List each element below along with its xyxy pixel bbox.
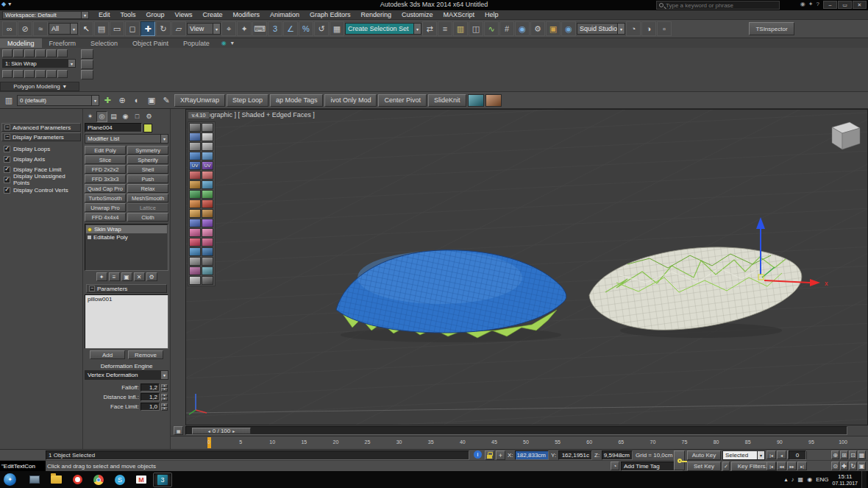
macro-script-icon[interactable] — [202, 219, 213, 227]
graphite-ribbon-toggle-icon[interactable]: ◫ — [469, 21, 483, 36]
ribbon-tool-icon[interactable] — [46, 70, 57, 78]
macro-image-button-2[interactable] — [485, 94, 502, 107]
align-icon[interactable]: ≡ — [438, 21, 452, 36]
zoom-extents-icon[interactable]: ⊡ — [849, 450, 857, 459]
ribbon-tab-modeling[interactable]: Modeling — [0, 38, 42, 48]
edit-named-selection-sets-icon[interactable]: ▦ — [330, 21, 344, 36]
search-input[interactable] — [664, 2, 779, 9]
create-new-layer-icon[interactable]: ✚ — [101, 93, 114, 107]
macro-script-icon[interactable] — [189, 276, 201, 285]
modifier-set-button-ffd-4x4x4[interactable]: FFD 4x4x4 — [85, 213, 126, 222]
listener-field[interactable]: "EditTextCon — [0, 461, 46, 472]
keyboard-shortcut-override-icon[interactable]: ⌨ — [252, 21, 267, 36]
render-setup-icon[interactable]: ⚙ — [530, 21, 545, 36]
tray-network-icon[interactable]: ▦ — [798, 476, 804, 483]
toolbar-button-center-pivot[interactable]: Center Pivot — [378, 94, 427, 107]
modifier-set-button-push[interactable]: Push — [127, 174, 168, 183]
workspace-dropdown[interactable]: Workspace: Default ▾ — [2, 11, 89, 19]
time-slider-handle[interactable]: ◂ 0 / 100 ▸ — [192, 428, 251, 434]
bind-to-space-warp-icon[interactable]: ≈ — [33, 21, 48, 36]
slider-left-arrow-icon[interactable]: ◂ — [208, 428, 210, 434]
angle-snap-icon[interactable]: ∠ — [283, 21, 298, 36]
macro-script-icon[interactable]: UV — [202, 161, 213, 170]
macro-script-icon[interactable] — [202, 180, 213, 189]
modifier-set-button-shell[interactable]: Shell — [127, 165, 168, 174]
macro-script-icon[interactable] — [202, 238, 213, 247]
previous-key-button[interactable]: ◂◂ — [777, 462, 786, 470]
zoom-extents-all-icon[interactable]: ▦ — [858, 450, 866, 459]
mirror-icon[interactable]: ⇄ — [422, 21, 437, 36]
select-and-rotate-icon[interactable]: ↻ — [156, 21, 171, 36]
menu-item-rendering[interactable]: Rendering — [356, 10, 397, 20]
ribbon-tool-icon[interactable] — [35, 70, 46, 78]
spinner-down-button[interactable]: ▾ — [161, 388, 168, 392]
menu-item-create[interactable]: Create — [197, 10, 227, 20]
macro-script-icon[interactable] — [189, 190, 201, 199]
toolbar-extra-icon-2[interactable]: ◑ — [641, 21, 656, 36]
taskbar-folder-button[interactable] — [46, 473, 65, 487]
checkbox-display-unassigned-points[interactable]: ✓ — [4, 177, 10, 183]
modifier-list-dropdown[interactable]: Modifier List ▾ — [85, 134, 168, 144]
modifier-set-button-meshsmooth[interactable]: MeshSmooth — [127, 194, 168, 202]
maximize-viewport-icon[interactable]: ▣ — [858, 462, 866, 470]
modifier-stack-item-skin-wrap[interactable]: Skin Wrap — [86, 225, 167, 233]
toolbar-extra-icon-1[interactable]: ◔ — [626, 21, 641, 36]
ribbon-tool-icon[interactable] — [13, 49, 24, 57]
tray-update-icon[interactable]: ◉ — [807, 476, 812, 483]
motion-tab-icon[interactable]: ◉ — [120, 111, 131, 122]
manage-layers-icon[interactable]: ▥ — [2, 93, 15, 107]
menu-item-graph-editors[interactable]: Graph Editors — [305, 10, 356, 20]
macro-script-icon[interactable] — [202, 266, 213, 275]
modifier-set-button-unwrap-pro[interactable]: Unwrap Pro — [85, 203, 126, 212]
remove-modifier-icon[interactable]: ✕ — [134, 272, 145, 281]
ribbon-tool-icon[interactable] — [57, 49, 68, 57]
toolbar-button-xrayunwrap[interactable]: XRayUnwrap — [174, 94, 225, 107]
modifier-set-button-symmetry[interactable]: Symmetry — [127, 146, 168, 155]
taskbar-opera-button[interactable] — [68, 473, 87, 487]
toolbar-button-ivot-only-mod[interactable]: ivot Only Mod — [324, 94, 377, 107]
macro-script-icon[interactable] — [189, 199, 201, 208]
menu-item-group[interactable]: Group — [141, 10, 170, 20]
infocenter-icon[interactable]: ◉ — [800, 1, 805, 7]
macro-script-icon[interactable] — [202, 199, 213, 208]
configure-modifier-sets-icon[interactable]: ⚙ — [146, 272, 157, 281]
viewport[interactable]: x [ Orthographic ] [ Shaded + Edged Face… — [185, 109, 868, 425]
ribbon-tool-icon[interactable] — [13, 70, 24, 78]
hierarchy-tab-icon[interactable]: ▤ — [108, 111, 119, 122]
macro-script-icon[interactable] — [189, 132, 201, 141]
make-unique-icon[interactable]: ▣ — [121, 272, 132, 281]
layer-dropdown[interactable]: 0 (default) ▾ — [17, 95, 99, 106]
toolbar-button-step-loop[interactable]: Step Loop — [227, 94, 268, 107]
polygon-modeling-panel-title[interactable]: Polygon Modeling ▾ — [0, 82, 79, 91]
macro-script-icon[interactable] — [189, 247, 201, 256]
ribbon-tool-icon[interactable] — [2, 49, 13, 57]
add-selection-to-layer-icon[interactable]: ⊕ — [115, 93, 129, 107]
modifier-set-button-cloth[interactable]: Cloth — [127, 213, 168, 222]
display-tab-icon[interactable]: □ — [132, 111, 143, 122]
ribbon-tool-icon[interactable] — [35, 49, 46, 57]
object-name-field[interactable]: Plane004 — [85, 123, 142, 132]
modifier-set-button-ffd-3x3x3[interactable]: FFD 3x3x3 — [85, 174, 126, 183]
select-and-move-icon[interactable]: ✚ — [140, 21, 155, 36]
checkbox-display-face-limit[interactable]: ✓ — [4, 166, 10, 173]
ribbon-tool-icon[interactable] — [57, 70, 68, 78]
macro-script-icon[interactable] — [189, 228, 201, 237]
rectangular-selection-region-icon[interactable]: ▭ — [110, 21, 124, 36]
snaps-toggle-icon[interactable]: 3 — [268, 21, 282, 36]
window-crossing-icon[interactable]: ◻ — [125, 21, 140, 36]
modifier-set-button-spherify[interactable]: Spherify — [127, 155, 168, 164]
squid-studio-dropdown[interactable]: Squid Studio▾ — [577, 23, 625, 35]
layer-properties-icon[interactable]: ✎ — [160, 93, 173, 107]
set-key-button[interactable]: Set Key — [687, 462, 721, 471]
checkbox-display-axis[interactable]: ✓ — [4, 156, 10, 163]
taskbar-chrome-button[interactable] — [89, 473, 108, 487]
collapse-icon[interactable]: − — [4, 124, 10, 130]
modifier-set-button-quad-cap-pro[interactable]: Quad Cap Pro — [85, 184, 126, 193]
parameters-rollout[interactable]: − Parameters — [86, 284, 167, 293]
next-key-button[interactable]: ▸▸ — [787, 462, 797, 470]
taskbar-skype-button[interactable]: S — [110, 473, 129, 487]
start-button[interactable]: ✦ — [4, 473, 16, 486]
display-parameters-rollout[interactable]: − Display Parameters — [1, 132, 81, 141]
macro-script-icon[interactable] — [202, 190, 213, 199]
collapse-icon[interactable]: − — [89, 286, 95, 291]
